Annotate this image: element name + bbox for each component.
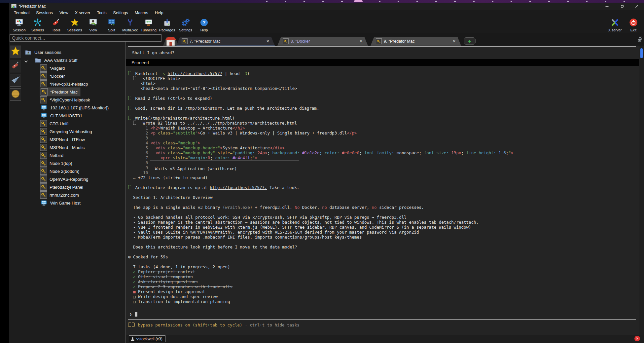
session-item-clt-vmhost01[interactable]: CLT-VMHOST01: [22, 112, 125, 120]
terminal-line: Architecture diagram is up at http://loc…: [128, 185, 639, 190]
tab-8-docker[interactable]: 8. *Docker✕: [277, 37, 368, 46]
terminal-blank-line: [128, 210, 639, 215]
menu-view[interactable]: View: [56, 10, 72, 16]
toolbar-split-button[interactable]: Split: [102, 17, 121, 32]
terminal-text: [151, 150, 156, 155]
session-item-docker[interactable]: *Docker: [22, 72, 125, 80]
toolbar-tunneling-button[interactable]: Tunneling: [139, 17, 158, 32]
session-item-node-1-top[interactable]: Node 1(top): [22, 159, 125, 167]
toolbar-settings-button[interactable]: Settings: [176, 17, 195, 32]
terminal-text: Offer visual companion: [138, 274, 193, 279]
terminal-blank-line: [128, 304, 639, 309]
menubar: TerminalSessionsViewX serverToolsSetting…: [9, 10, 644, 16]
toolbar-x-server-button[interactable]: X server: [606, 17, 624, 32]
session-item-win-game-host[interactable]: Win Game Host: [22, 199, 125, 207]
session-item-mspnerd-mautic[interactable]: MSPNerd - Mautic: [22, 143, 125, 151]
session-item-node-2-bottom[interactable]: Node 2(bottom): [22, 167, 125, 175]
session-item-asgard[interactable]: *Asgard: [22, 64, 125, 72]
toolbar-view-button[interactable]: View: [84, 17, 102, 32]
knife-icon: [10, 60, 21, 72]
terminal-text: 8: [128, 160, 148, 165]
terminal-line: Read 2 files (ctrl+o to expand): [128, 96, 639, 101]
terminal-text: <html>: [128, 81, 156, 86]
terminal-scrollbar[interactable]: [639, 46, 644, 335]
alert-close-icon[interactable]: ✕: [634, 336, 640, 341]
terminal-text: ✓: [128, 269, 138, 274]
session-item-rmm-t2cnc-com[interactable]: rmm.t2cnc.com: [22, 191, 125, 199]
terminal-text: padding:: [235, 150, 255, 155]
terminal-prompt[interactable]: ❯: [128, 309, 639, 319]
key-icon: [40, 64, 47, 72]
toolbar-servers-button[interactable]: Servers: [28, 17, 47, 32]
rail-knife-tab[interactable]: [10, 60, 21, 72]
toolbar-sessions-button[interactable]: Sessions: [65, 17, 84, 32]
tab-close-icon[interactable]: ✕: [266, 39, 269, 44]
terminal-text: 7: [128, 155, 151, 160]
session-item-pterodactyl-panel[interactable]: Pterodactyl Panel: [22, 183, 125, 191]
tab-7-predator-mac[interactable]: 7. *Predator Mac✕: [176, 37, 275, 46]
toolbar-packages-button[interactable]: Packages: [158, 17, 176, 32]
background-strip-dots: [266, 1, 639, 2]
terminal-line: 1 <h2>Wraith Desktop — Architecture</h2>: [128, 126, 639, 131]
tab-home[interactable]: [163, 37, 178, 46]
session-item-netbird[interactable]: Netbird: [22, 151, 125, 159]
session-item-ctg-unifi[interactable]: CTG Unifi: [22, 120, 125, 128]
session-item-mspnerd-itflow[interactable]: MSPNerd - ITFlow: [22, 135, 125, 143]
key-icon: [40, 72, 47, 80]
add-tab-button[interactable]: +: [464, 37, 476, 45]
session-item-aaa-vantz-s-stuff[interactable]: AAA Vantz's Stuff: [22, 56, 125, 64]
terminal-text: Bash(curl: [133, 71, 160, 76]
menu-help[interactable]: Help: [152, 10, 167, 16]
session-item-label: *Docker: [50, 74, 65, 79]
menu-x-server[interactable]: X server: [72, 10, 94, 16]
session-user-button[interactable]: vstockwell (x3): [129, 335, 165, 342]
paperclip-icon[interactable]: [636, 35, 643, 44]
toolbar-tools-button[interactable]: Tools: [47, 17, 65, 32]
close-button[interactable]: [629, 3, 644, 10]
scrollbar-thumb[interactable]: [640, 48, 643, 58]
terminal-text: Read 2 files (ctrl+o to expand): [133, 96, 212, 101]
menu-tools[interactable]: Tools: [93, 10, 110, 16]
rail-paper-plane-tab[interactable]: [10, 74, 21, 87]
proceed-option-selected[interactable]: Proceed: [126, 59, 639, 66]
terminal-link[interactable]: http://localhost:57577.: [210, 185, 267, 190]
terminal-blank-line: [128, 190, 639, 195]
session-item-192-168-1-107-ups-monitor[interactable]: 192.168.1.107 ([UPS-Monitor]): [22, 104, 125, 112]
toolbar-session-button[interactable]: Session: [10, 17, 28, 32]
toolbar-multiexec-button[interactable]: MultiExec: [121, 17, 139, 32]
terminal-line: bypass permissions on (shift+tab to cycl…: [128, 323, 639, 327]
menu-settings[interactable]: Settings: [110, 10, 131, 16]
session-item-label: 192.168.1.107 ([UPS-Monitor]): [50, 105, 109, 110]
permission-question: Shall I go ahead?: [128, 47, 639, 59]
terminal-output[interactable]: Shall I go ahead?Proceed Bash(curl -s ht…: [126, 46, 639, 335]
rail-star-tab[interactable]: [10, 46, 21, 58]
terminal-text: database server,: [327, 205, 372, 210]
rail-globe-tab[interactable]: [10, 88, 21, 101]
terminal-link[interactable]: http://localhost:57577: [167, 71, 222, 76]
tab-close-icon[interactable]: ✕: [359, 39, 363, 44]
toolbar-exit-button[interactable]: Exit: [624, 17, 643, 32]
terminal-text: - Vault uses SQLite in %APPDATA%\Wraith\…: [128, 230, 419, 235]
terminal-text: [128, 121, 133, 126]
toolbar-help-button[interactable]: ?Help: [195, 17, 213, 32]
menu-terminal[interactable]: Terminal: [11, 10, 33, 16]
key-icon: [40, 128, 47, 135]
session-item-predator-mac[interactable]: *Predator Mac: [22, 88, 125, 96]
tab-close-icon[interactable]: ✕: [452, 39, 456, 44]
session-item-vigilcyber-helpdesk[interactable]: *VigilCyber-Helpdesk: [22, 96, 125, 104]
missing-glyph-box: [128, 116, 131, 120]
settings-gears-icon: [181, 18, 190, 27]
maximize-button[interactable]: [614, 3, 629, 10]
session-item-user-sessions[interactable]: User sessions: [22, 48, 125, 56]
terminal-text: | head: [222, 71, 242, 76]
session-item-new-cp01-heistacp[interactable]: *New-cp01-heistacp: [22, 80, 125, 88]
session-item-openvas-reporting[interactable]: OpenVAS-Reporting: [22, 175, 125, 183]
tab-9-predator-mac[interactable]: 9. *Predator Mac✕: [371, 37, 461, 46]
menu-macros[interactable]: Macros: [131, 10, 152, 16]
menu-sessions[interactable]: Sessions: [33, 10, 56, 16]
toolbar-settings-label: Settings: [179, 28, 192, 32]
session-item-greyming-webhosting[interactable]: Greyming Webhosting: [22, 128, 125, 135]
terminal-text: #e0e0e0: [340, 150, 359, 155]
quick-connect-input[interactable]: [10, 34, 161, 42]
minimize-button[interactable]: [599, 3, 614, 10]
